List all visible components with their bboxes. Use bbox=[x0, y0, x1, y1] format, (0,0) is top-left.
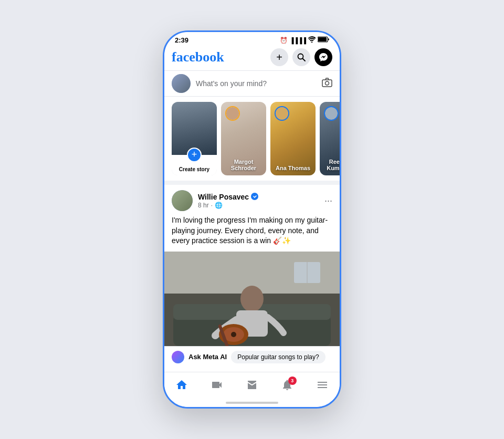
wifi-icon bbox=[308, 36, 316, 44]
reer-avatar bbox=[324, 106, 339, 121]
author-avatar bbox=[172, 190, 193, 211]
meta-ai-label[interactable]: Ask Meta AI bbox=[188, 353, 227, 361]
story-card-ana[interactable]: Ana Thomas bbox=[270, 102, 316, 175]
phone-screen: 2:39 ⏰ ▐▐▐▐ facebook + bbox=[164, 32, 340, 407]
svg-rect-4 bbox=[322, 80, 332, 87]
video-icon bbox=[211, 379, 223, 394]
post-image bbox=[164, 252, 340, 346]
meta-ai-icon bbox=[172, 351, 184, 363]
ana-label: Ana Thomas bbox=[270, 165, 316, 171]
post-author: Willie Posavec 8 hr · 🌐 bbox=[172, 190, 258, 211]
battery-icon bbox=[318, 36, 329, 44]
margot-label: Margot Schroder bbox=[221, 159, 266, 171]
post-header: Willie Posavec 8 hr · 🌐 ··· bbox=[172, 190, 332, 211]
add-button[interactable]: + bbox=[270, 48, 288, 66]
messenger-button[interactable] bbox=[314, 48, 332, 66]
signal-icon: ▐▐▐▐ bbox=[290, 37, 306, 44]
nav-video[interactable] bbox=[205, 377, 228, 396]
status-time: 2:39 bbox=[175, 36, 188, 44]
marketplace-icon bbox=[246, 379, 258, 394]
home-icon bbox=[175, 379, 188, 394]
post-box[interactable]: What's on your mind? bbox=[164, 70, 340, 97]
verified-icon bbox=[251, 193, 258, 202]
svg-point-6 bbox=[251, 193, 258, 200]
status-icons: ⏰ ▐▐▐▐ bbox=[280, 36, 329, 44]
menu-icon bbox=[316, 379, 329, 394]
post-text: I'm loving the progress I'm making on my… bbox=[172, 215, 332, 246]
create-story-label: Create story bbox=[179, 166, 209, 172]
story-card-margot[interactable]: Margot Schroder bbox=[221, 102, 266, 175]
nav-menu[interactable] bbox=[311, 377, 334, 396]
alarm-icon: ⏰ bbox=[280, 37, 288, 44]
fb-header: facebook + bbox=[164, 46, 340, 70]
meta-ai-bar: Ask Meta AI Popular guitar songs to play… bbox=[164, 346, 340, 368]
nav-marketplace[interactable] bbox=[240, 377, 264, 396]
post-meta: 8 hr · 🌐 bbox=[198, 202, 258, 209]
globe-icon: 🌐 bbox=[215, 202, 223, 209]
author-info: Willie Posavec 8 hr · 🌐 bbox=[198, 193, 258, 209]
header-icons: + bbox=[270, 48, 332, 66]
stories-row: + Create story Margot Schroder bbox=[164, 97, 340, 181]
search-button[interactable] bbox=[292, 48, 310, 66]
svg-line-3 bbox=[303, 59, 306, 61]
svg-point-16 bbox=[231, 332, 236, 337]
author-name: Willie Posavec bbox=[198, 193, 258, 202]
nav-home[interactable] bbox=[170, 377, 193, 396]
svg-rect-1 bbox=[318, 37, 327, 41]
more-button[interactable]: ··· bbox=[324, 195, 332, 206]
svg-point-12 bbox=[240, 286, 264, 312]
user-avatar bbox=[172, 74, 191, 93]
feed-post: Willie Posavec 8 hr · 🌐 ··· I bbox=[164, 181, 340, 346]
nav-notifications[interactable]: 3 bbox=[276, 377, 299, 396]
story-card-reer[interactable]: Reer Kum... bbox=[320, 102, 340, 175]
create-story-plus: + bbox=[187, 148, 202, 162]
meta-ai-suggestion[interactable]: Popular guitar songs to play? bbox=[231, 351, 325, 363]
phone-shell: 2:39 ⏰ ▐▐▐▐ facebook + bbox=[163, 30, 341, 409]
home-indicator bbox=[226, 402, 278, 404]
reer-label: Reer Kum... bbox=[320, 159, 340, 171]
notification-badge: 3 bbox=[288, 377, 297, 385]
camera-icon[interactable] bbox=[322, 78, 332, 90]
svg-point-5 bbox=[326, 81, 329, 85]
ana-avatar bbox=[275, 106, 289, 121]
post-placeholder[interactable]: What's on your mind? bbox=[196, 79, 317, 88]
story-card-create[interactable]: + Create story bbox=[172, 102, 217, 175]
margot-avatar bbox=[225, 106, 240, 121]
facebook-logo: facebook bbox=[172, 49, 224, 65]
status-bar: 2:39 ⏰ ▐▐▐▐ bbox=[164, 32, 340, 46]
